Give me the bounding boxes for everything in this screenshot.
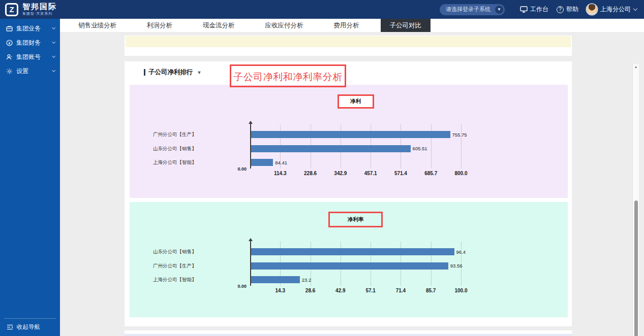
value-label: 93.56 (450, 263, 463, 268)
x-axis-ticks: 0.00114.3228.6342.9457.1571.4685.7800.0 (250, 171, 461, 178)
help-button[interactable]: ? 帮助 (557, 5, 578, 14)
x-tick-label: 0.00 (237, 166, 247, 172)
axis-arrow-icon (249, 121, 253, 124)
bar[interactable] (251, 262, 448, 270)
bar[interactable] (251, 276, 300, 283)
finance-icon (6, 39, 13, 46)
workbench-button[interactable]: 工作台 (520, 5, 548, 14)
main-content: 子公司净利排行 ▼ 子公司净利和净利率分析 净利 广州分公司【生产】755.75… (60, 32, 644, 336)
logo-subtitle: 集团型·天策系列 (22, 11, 57, 16)
table-header-strip (125, 334, 572, 336)
subsidiary-net-profit-card: 子公司净利排行 ▼ 子公司净利和净利率分析 净利 广州分公司【生产】755.75… (125, 61, 572, 326)
chevron-down-icon (52, 69, 56, 73)
previous-section-card (125, 36, 572, 56)
x-tick-label: 0.00 (237, 284, 247, 289)
chart-bar-row: 山东分公司【销售】96.4 (251, 248, 512, 255)
chevron-down-icon (52, 40, 56, 44)
card-header: 子公司净利排行 ▼ (125, 69, 572, 76)
scroll-region: 子公司净利排行 ▼ 子公司净利和净利率分析 净利 广州分公司【生产】755.75… (125, 36, 572, 336)
sidebar-item-label: 集团账号 (16, 53, 52, 61)
sidebar-item-label: 设置 (16, 67, 52, 76)
axis-arrow-icon (249, 238, 253, 241)
collapse-nav-icon (7, 324, 13, 330)
x-tick-label: 342.9 (334, 171, 347, 176)
net-profit-rate-chart-panel: 净利率 山东分公司【销售】96.4广州分公司【生产】93.56上海分公司【智能】… (130, 202, 568, 317)
tab-receivable-payable[interactable]: 应收应付分析 (256, 19, 313, 32)
annotation-box: 子公司净利和净利率分析 (230, 64, 346, 87)
x-tick-label: 100.0 (454, 288, 467, 293)
analysis-tabbar: 销售业绩分析 利润分析 现金流分析 应收应付分析 费用分析 子公司对比 (60, 19, 644, 32)
net-profit-rate-bar-chart: 山东分公司【销售】96.4广州分公司【生产】93.56上海分公司【智能】23.2… (250, 241, 461, 286)
sidebar-item-settings[interactable]: 设置 (0, 64, 60, 78)
chart-title: 净利 (350, 98, 361, 105)
tab-subsidiary-comparison[interactable]: 子公司对比 (381, 19, 431, 32)
scrollbar-thumb[interactable] (634, 200, 638, 336)
subsystem-select[interactable]: 请选择登录子系统 ▼ (440, 4, 505, 15)
x-tick-label: 14.3 (275, 288, 285, 293)
title-accent-bar (144, 69, 145, 76)
app-logo[interactable]: Z 智邦国际 集团型·天策系列 (0, 3, 117, 16)
value-label: 605.51 (413, 146, 427, 151)
x-tick-label: 800.0 (454, 171, 467, 176)
user-name: 上海分公司 (600, 5, 631, 14)
logo-text: 智邦国际 集团型·天策系列 (22, 3, 57, 16)
collapse-nav-label: 收起导航 (17, 323, 40, 331)
user-menu[interactable]: 上海分公司 (587, 4, 637, 15)
net-profit-bar-chart: 广州分公司【生产】755.75山东分公司【销售】605.51上海分公司【智能】8… (250, 123, 461, 169)
x-tick-label: 114.3 (274, 171, 286, 176)
net-profit-chart-panel: 净利 广州分公司【生产】755.75山东分公司【销售】605.51上海分公司【智… (130, 85, 568, 198)
sidebar: 集团业务 集团财务 集团账号 设置 收起导航 (0, 19, 60, 336)
tab-profit-analysis[interactable]: 利润分析 (138, 19, 181, 32)
x-tick-label: 71.4 (396, 288, 406, 293)
category-label: 山东分公司【销售】 (81, 145, 197, 152)
tab-sales-performance[interactable]: 销售业绩分析 (69, 19, 126, 32)
chevron-down-icon (52, 26, 56, 30)
x-tick-label: 228.6 (304, 171, 317, 176)
chart-bar-row: 广州分公司【生产】755.75 (251, 131, 512, 138)
sidebar-item-label: 集团业务 (16, 24, 52, 33)
collapse-nav-button[interactable]: 收起导航 (0, 319, 60, 336)
accounts-icon (6, 53, 13, 60)
x-tick-label: 28.6 (305, 288, 315, 293)
help-icon: ? (557, 6, 564, 13)
help-label: 帮助 (566, 5, 578, 14)
sidebar-item-group-accounts[interactable]: 集团账号 (0, 50, 60, 63)
workbench-label: 工作台 (530, 5, 548, 14)
tab-expense-analysis[interactable]: 费用分析 (325, 19, 369, 32)
subsystem-select-value: 请选择登录子系统 (446, 6, 490, 13)
category-label: 山东分公司【销售】 (81, 248, 197, 255)
x-tick-label: 457.1 (364, 171, 377, 176)
value-label: 755.75 (452, 132, 467, 138)
bar[interactable] (251, 145, 411, 152)
bar[interactable] (251, 248, 454, 255)
bar[interactable] (251, 159, 273, 166)
category-label: 广州分公司【生产】 (81, 262, 197, 270)
x-tick-label: 571.4 (394, 171, 407, 176)
bar[interactable] (251, 131, 450, 138)
header-actions: 请选择登录子系统 ▼ 工作台 ? 帮助 上海分公司 (440, 4, 644, 15)
sidebar-footer: 收起导航 (0, 318, 60, 336)
sidebar-item-label: 集团财务 (16, 39, 52, 47)
chevron-down-icon[interactable]: ▼ (197, 70, 202, 75)
logo-title: 智邦国际 (22, 3, 57, 11)
chart-bar-row: 上海分公司【智能】84.41 (251, 159, 512, 166)
category-label: 上海分公司【智能】 (81, 159, 197, 166)
logo-letter: Z (9, 5, 14, 14)
gear-icon (6, 68, 13, 75)
logo-icon: Z (5, 3, 18, 16)
value-label: 84.41 (275, 160, 287, 165)
avatar (587, 4, 597, 15)
chevron-down-icon[interactable]: ▼ (495, 6, 503, 14)
vertical-scrollbar[interactable]: ▲ ▼ (632, 64, 639, 336)
highlighted-row (126, 36, 571, 47)
tab-cashflow-analysis[interactable]: 现金流分析 (194, 19, 244, 32)
chevron-down-icon (633, 7, 637, 11)
monitor-icon (520, 6, 528, 13)
sidebar-item-group-finance[interactable]: 集团财务 (0, 36, 60, 49)
scroll-up-icon[interactable]: ▲ (633, 65, 639, 69)
business-icon (6, 25, 13, 32)
x-tick-label: 85.7 (426, 288, 436, 293)
sidebar-item-group-business[interactable]: 集团业务 (0, 22, 60, 35)
app-header: Z 智邦国际 集团型·天策系列 请选择登录子系统 ▼ 工作台 ? 帮助 上海分公… (0, 0, 644, 19)
annotation-frame: 净利率 (328, 212, 383, 227)
